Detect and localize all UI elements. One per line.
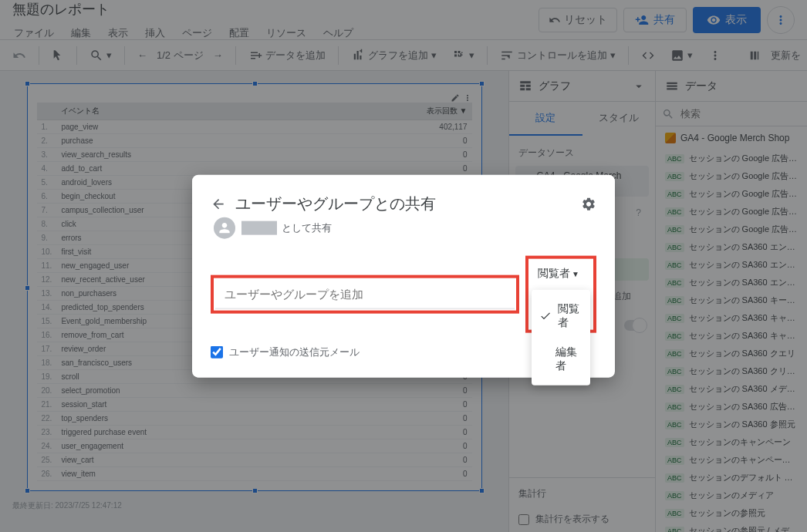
- role-select-label: 閲覧者: [538, 267, 570, 281]
- back-arrow-icon[interactable]: [211, 196, 226, 211]
- notify-label: ユーザー通知の送信元メール: [229, 345, 360, 359]
- notify-checkbox[interactable]: [211, 346, 223, 359]
- gear-icon[interactable]: [581, 196, 596, 211]
- modal-title: ユーザーやグループとの共有: [235, 194, 572, 214]
- role-dropdown: 閲覧者 編集者: [532, 290, 590, 386]
- share-modal: ユーザーやグループとの共有 として共有 閲覧者 ▼ 閲覧者: [192, 175, 615, 378]
- check-icon: [539, 310, 552, 322]
- avatar: [214, 217, 235, 239]
- add-people-input[interactable]: [215, 280, 515, 309]
- share-as-text: として共有: [241, 221, 332, 235]
- role-option-viewer[interactable]: 閲覧者: [532, 295, 590, 338]
- role-viewer-label: 閲覧者: [558, 302, 579, 330]
- role-select[interactable]: 閲覧者 ▼: [535, 262, 587, 285]
- role-option-editor[interactable]: 編集者: [532, 338, 590, 381]
- role-editor-label: 編集者: [555, 345, 579, 373]
